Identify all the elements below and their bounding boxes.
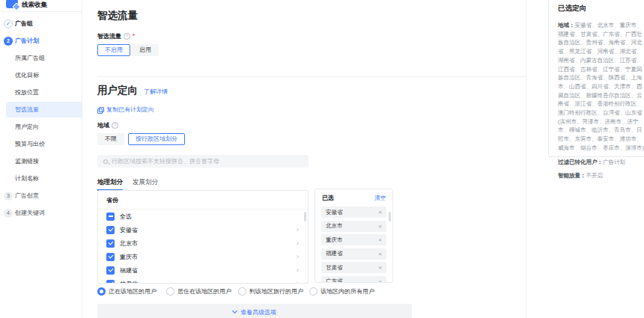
close-icon[interactable]: × (378, 264, 382, 271)
close-icon[interactable]: × (378, 223, 382, 230)
close-icon[interactable]: × (378, 278, 382, 284)
close-icon[interactable]: × (378, 236, 382, 243)
info-icon[interactable] (112, 122, 118, 129)
chevron-right-icon[interactable]: › (297, 226, 299, 233)
sidebar-nav-item[interactable]: 优化目标 (0, 67, 82, 84)
selected-tag: 福建省 × (321, 248, 386, 260)
summary-volume-row: 智能放量：不开启 (558, 171, 644, 180)
step-badge-icon: 3 (4, 192, 13, 201)
sidebar-item-label: 用户定向 (15, 123, 39, 131)
audience-radio-option[interactable]: 到该地区旅行的用户 (238, 287, 303, 296)
selected-panel-header: 已选 清空 (315, 189, 392, 207)
required-mark: * (133, 32, 135, 39)
summary-filter-label: 过滤已转化用户： (558, 159, 603, 165)
sidebar-item-label: 广告创意 (15, 192, 39, 200)
chevron-right-icon[interactable]: › (297, 253, 299, 260)
province-row[interactable]: 全选 › (98, 210, 308, 223)
region-mode-button[interactable]: 不限 (97, 133, 124, 145)
smart-traffic-option-button[interactable]: 启用 (132, 44, 159, 56)
summary-region-row: 地域：安徽省、北京市、重庆市、福建省、甘肃省、广东省、广西壮族自治区、贵州省、海… (558, 21, 644, 153)
sidebar-item-label: 优化目标 (15, 71, 39, 79)
checkbox-icon[interactable] (106, 280, 115, 284)
step-badge-icon: 4 (4, 209, 13, 218)
chevron-right-icon[interactable]: › (297, 239, 299, 247)
radio-icon[interactable] (238, 287, 246, 296)
close-icon[interactable]: × (378, 251, 382, 257)
province-row[interactable]: 安徽省 › (98, 223, 308, 236)
radio-icon[interactable] (309, 287, 318, 296)
sidebar-item-label: 监测链接 (15, 157, 39, 165)
province-row[interactable]: 福建省 › (98, 263, 308, 277)
audience-radio-option[interactable]: 居住在该地区的用户 (166, 287, 231, 296)
selected-tag-list: 安徽省 × 北京市 × 重庆市 × 福建省 × 甘肃省 × 广东省 × (315, 207, 392, 283)
audience-radio-label: 该地区内的所有用户 (321, 287, 374, 296)
radio-icon[interactable] (97, 287, 106, 296)
summary-filter-row: 过滤已转化用户：广告计划 (558, 158, 644, 166)
copy-targeting-link[interactable]: 复制已有计划定向 (97, 106, 154, 114)
sidebar-nav-item[interactable]: 广告组 (0, 15, 82, 32)
selected-tag-label: 广东省 (326, 278, 343, 283)
checkbox-icon[interactable] (106, 239, 115, 248)
audience-radio-option[interactable]: 该地区内的所有用户 (309, 287, 374, 296)
smart-traffic-field-label: 智选流量 (97, 32, 121, 40)
province-label: 全选 (120, 212, 132, 221)
province-row[interactable]: 北京市 › (98, 236, 308, 250)
clear-all-link[interactable]: 清空 (374, 195, 386, 202)
audience-radio-group: 正在该地区的用户 居住在该地区的用户 到该地区旅行的用户 该地区内的所有用户 (97, 287, 517, 297)
radio-icon[interactable] (166, 287, 174, 296)
division-tab[interactable]: 发展划分 (133, 178, 158, 191)
checkbox-icon[interactable] (106, 226, 115, 234)
selected-tag-label: 重庆市 (326, 236, 343, 244)
sidebar-nav-item[interactable]: 用户定向 (0, 118, 82, 135)
region-mode-button[interactable]: 按行政区域划分 (128, 133, 185, 145)
province-panel-header: 省份 (98, 191, 308, 210)
campaign-type-label: 线索收集 (22, 1, 47, 10)
sidebar-nav-item[interactable]: 智选流量 (0, 101, 82, 118)
selected-title: 已选 (322, 194, 334, 202)
sidebar-item-label: 智选流量 (15, 106, 39, 114)
step-badge-icon: 2 (4, 37, 13, 46)
province-scrollbar[interactable] (304, 212, 306, 221)
province-row[interactable]: 甘肃省 › (98, 277, 308, 284)
summary-region-label: 地域： (558, 22, 575, 28)
campaign-type-header: 线索收集 (6, 0, 47, 10)
province-label: 重庆市 (120, 253, 138, 261)
summary-volume-value: 不开启 (586, 172, 604, 179)
checkbox-icon[interactable] (106, 212, 115, 221)
division-tab[interactable]: 地理划分 (97, 178, 123, 191)
advanced-options-toggle[interactable]: 查看高级选项 (97, 304, 412, 318)
chevron-right-icon[interactable]: › (297, 266, 299, 274)
region-field-label: 地域 (97, 121, 109, 129)
sidebar-nav-item[interactable]: 预算与出价 (0, 135, 82, 153)
sidebar-nav-item[interactable]: 所属广告组 (0, 49, 82, 67)
province-row[interactable]: 重庆市 › (98, 250, 308, 263)
region-search-input[interactable] (112, 158, 303, 165)
selected-scrollbar[interactable] (389, 212, 391, 221)
advanced-options-label: 查看高级选项 (240, 308, 276, 317)
summary-volume-label: 智能放量： (558, 172, 586, 179)
chevron-right-icon[interactable]: › (297, 280, 299, 284)
sidebar-nav-item[interactable]: 投放位置 (0, 84, 82, 101)
sidebar-nav-item[interactable]: 计划名称 (0, 170, 82, 187)
step-nav: 广告组 2 广告计划 所属广告组 优化目标 投放位置 智选流量 用户定向 (0, 15, 82, 221)
sidebar-item-label: 投放位置 (15, 88, 39, 97)
selected-tag-label: 北京市 (326, 222, 343, 230)
sidebar-nav-item[interactable]: 监测链接 (0, 153, 82, 170)
sidebar-divider (0, 11, 82, 12)
close-icon[interactable]: × (378, 209, 382, 215)
checkbox-icon[interactable] (106, 253, 115, 261)
sidebar-item-label: 所属广告组 (15, 54, 45, 62)
province-label: 甘肃省 (120, 280, 138, 284)
sidebar-nav-item[interactable]: 3 广告创意 (0, 187, 82, 204)
audience-radio-option[interactable]: 正在该地区的用户 (97, 287, 157, 296)
user-targeting-title-row: 用户定向 了解详情 (97, 84, 168, 97)
checkbox-icon[interactable] (106, 266, 115, 275)
info-icon[interactable] (124, 33, 130, 40)
sidebar-nav-item[interactable]: 2 广告计划 (0, 32, 82, 49)
sidebar-nav-item[interactable]: 4 创建关键词 (0, 204, 82, 221)
form-main: 智选流量 智选流量 * 不启用启用 用户定向 了解详情 复制已有计划定向 地域 … (83, 0, 526, 318)
sidebar-item-label: 创建关键词 (15, 209, 45, 217)
smart-traffic-option-button[interactable]: 不启用 (97, 44, 130, 56)
lead-collection-icon (6, 0, 18, 8)
learn-more-link[interactable]: 了解详情 (144, 88, 168, 96)
